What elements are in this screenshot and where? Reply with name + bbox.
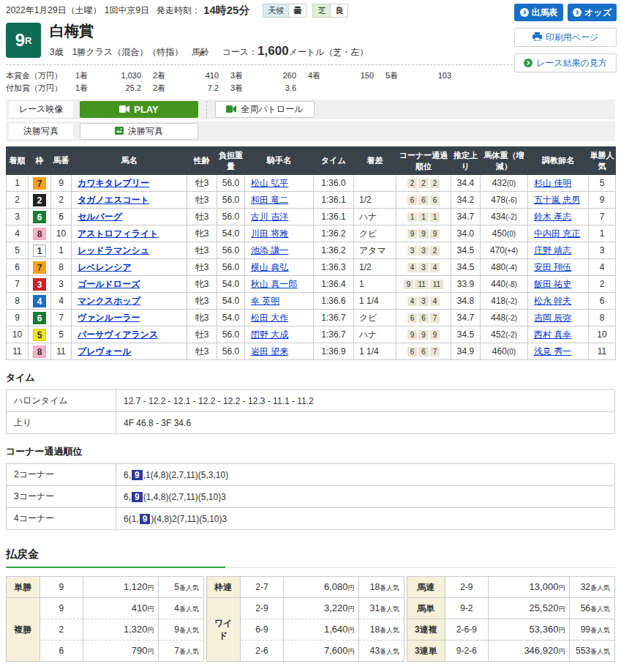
trainer-link[interactable]: 松永 幹夫	[534, 296, 571, 306]
corner-positions: 111	[396, 209, 451, 225]
margin: 1/2	[354, 259, 396, 276]
margin: 1 1/4	[354, 293, 396, 310]
weather-badge: 天候 曇	[263, 4, 306, 18]
horse-name-link[interactable]: カワキタレブリー	[78, 178, 149, 188]
body-weight-value: 440	[491, 279, 505, 289]
horse-number: 4	[51, 293, 72, 310]
yen-unit: 円	[558, 584, 565, 591]
sex-age: 牡3	[187, 259, 217, 276]
horse-name-link[interactable]: プレヴォール	[78, 346, 131, 356]
horse-name-link[interactable]: レッドラマンシュ	[78, 245, 149, 255]
finish-position: 10	[7, 326, 29, 343]
corner-position: 11	[430, 280, 443, 289]
payout-popularity: 9番人気	[159, 619, 204, 641]
entry-table-button[interactable]: 出馬表	[514, 4, 563, 21]
chevron-circle-green-icon	[524, 59, 532, 67]
horse-name-link[interactable]: タガノエスコート	[78, 195, 149, 205]
column-header: 着順	[7, 147, 29, 175]
jockey-link[interactable]: 横山 典弘	[251, 262, 288, 272]
play-button[interactable]: PLAY	[80, 101, 198, 118]
horse-name-link[interactable]: ゴールドローズ	[78, 279, 140, 289]
payout-popularity: 31番人気	[359, 598, 404, 619]
body-weight-value: 480	[491, 262, 505, 272]
estimated-last-3f: 34.9	[451, 343, 481, 360]
jockey-link[interactable]: 幸 英明	[251, 296, 279, 306]
jockey-link[interactable]: 川田 将雅	[251, 228, 288, 239]
trainer-link[interactable]: 杉山 佳明	[534, 178, 571, 188]
patrol-video-button[interactable]: 全周パトロール	[215, 101, 315, 118]
corner-position: 2	[418, 179, 429, 188]
finish-photo-button[interactable]: 決勝写真	[80, 123, 198, 140]
horse-name-link[interactable]: パーサヴィアランス	[78, 329, 158, 340]
race-name: 白梅賞	[50, 23, 369, 39]
time-row-value: 4F 46.8 - 3F 34.6	[116, 412, 615, 434]
corner-position: 1	[418, 212, 429, 222]
popularity-unit: 番人気	[179, 627, 199, 634]
body-weight-value: 452	[491, 329, 505, 340]
trainer-link[interactable]: 西村 真幸	[534, 329, 571, 340]
bracket-number: 1	[33, 244, 46, 257]
trainer-cell: 鈴木 孝志	[528, 209, 589, 225]
carried-weight: 54.0	[217, 225, 245, 242]
horse-name-link[interactable]: アストロフィライト	[78, 228, 159, 239]
jockey-link[interactable]: 池添 謙一	[251, 245, 288, 255]
estimated-last-3f: 34.0	[451, 225, 481, 242]
jockey-link[interactable]: 松山 弘平	[251, 178, 288, 188]
margin: クビ	[354, 310, 396, 326]
corner-positions: 222	[396, 175, 451, 192]
corner-position: 4	[407, 263, 418, 272]
trainer-link[interactable]: 中内田 充正	[534, 228, 580, 239]
horse-name-link[interactable]: セルバーグ	[78, 212, 122, 222]
column-header: 枠	[29, 147, 51, 175]
result-row: 4810アストロフィライト牝354.0川田 将雅1:36.2クビ99934.04…	[7, 225, 616, 242]
horse-name-link[interactable]: レベレンシア	[78, 262, 132, 272]
trainer-link[interactable]: 浅見 秀一	[534, 346, 571, 356]
odds-button[interactable]: オッズ	[568, 4, 617, 21]
jockey-link[interactable]: 岩田 望来	[251, 346, 288, 356]
win-popularity: 11	[589, 343, 616, 360]
yen-unit: 円	[347, 648, 354, 655]
corner-table: 2コーナー6,9,1(4,8)(2,7,11)(5,3,10)3コーナー6,9(…	[6, 463, 615, 530]
margin: 1	[354, 276, 396, 293]
highlighted-horse-number: 9	[140, 514, 151, 524]
result-row: 511レッドラマンシュ牡356.0池添 謙一1:36.2アタマ33234.547…	[7, 242, 616, 259]
trainer-link[interactable]: 飯田 祐史	[534, 279, 571, 289]
payout-amount: 3,220円	[284, 598, 359, 619]
corner-table-body: 2コーナー6,9,1(4,8)(2,7,11)(5,3,10)3コーナー6,9(…	[7, 464, 615, 530]
popularity-unit: 番人気	[380, 627, 399, 634]
estimated-last-3f: 34.5	[451, 326, 481, 343]
trainer-link[interactable]: 庄野 靖志	[534, 245, 571, 255]
yen-unit: 円	[558, 605, 565, 613]
corner-position: 9	[407, 330, 418, 340]
payout-title-underline	[6, 567, 615, 568]
column-header: 推定上り	[451, 147, 481, 175]
horse-name-cell: アストロフィライト	[72, 225, 187, 242]
trainer-link[interactable]: 鈴木 孝志	[534, 212, 571, 222]
corner-position: 11	[415, 280, 428, 289]
jockey-link[interactable]: 和田 竜二	[251, 195, 288, 205]
jockey-link[interactable]: 団野 大成	[251, 329, 288, 340]
horse-name-link[interactable]: マンクスホップ	[78, 296, 140, 306]
race-class: 3歳 1勝クラス（混合）（特指） 馬齢	[50, 47, 209, 57]
trainer-link[interactable]: 五十嵐 忠男	[534, 195, 580, 205]
body-weight: 418(-2)	[481, 293, 528, 310]
popularity-value: 31	[370, 603, 380, 613]
print-page-button[interactable]: 印刷用ページ	[514, 28, 617, 47]
horse-name-link[interactable]: ヴァンルーラー	[78, 313, 140, 323]
trainer-link[interactable]: 安田 翔伍	[534, 262, 571, 272]
jockey-link[interactable]: 古川 吉洋	[251, 212, 288, 222]
column-header: 馬番	[51, 147, 72, 175]
popularity-value: 18	[370, 582, 380, 592]
corner-order-post: ,1(4,8)(2,7,11)(5,3,10)	[143, 470, 229, 480]
bet-type-label: ワイド	[207, 598, 241, 662]
photo-icon	[115, 127, 124, 137]
jockey-link[interactable]: 松田 大作	[251, 313, 288, 323]
popularity-unit: 番人気	[179, 648, 199, 655]
bracket-number: 2	[33, 194, 46, 206]
jockey-link[interactable]: 秋山 真一郎	[251, 279, 297, 289]
result-guide-button[interactable]: レース結果の見方	[514, 53, 617, 72]
prize-row-label: 本賞金（万円）	[6, 70, 75, 82]
trainer-link[interactable]: 吉岡 辰弥	[534, 313, 571, 323]
payout-popularity: 18番人気	[359, 577, 404, 598]
result-row: 11811プレヴォール牡356.0岩田 望来1:36.91 1/466734.9…	[7, 343, 616, 360]
